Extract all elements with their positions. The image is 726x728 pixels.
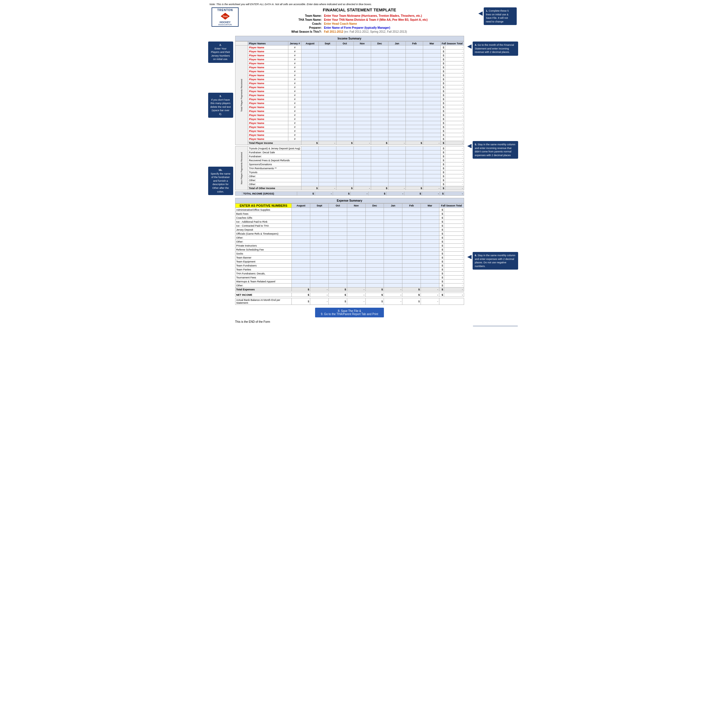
season-label: What Season Is This?: [290,29,323,34]
player-row: Player Name#$- [235,69,464,73]
player-name-cell: Player Name [248,129,288,133]
player-name-cell: Player Name [248,121,288,125]
player-row: Player Name#$- [235,77,464,81]
expense-row: Jersey Deposit$- [235,228,464,232]
callout-left-3: 5b.Specify the name of the fundraiser an… [208,167,233,195]
total-income-label: TOTAL INCOME (GROSS) [242,192,297,196]
callout-right-5: 7. Enter the ending balance from your on… [472,326,518,326]
expense-row: Coaches Gifts$- [235,216,464,220]
player-row: Player Name#$- [235,57,464,61]
callout-right-3: 5. Stay in the same monthly column and e… [472,141,518,159]
svg-text:THA: THA [222,15,228,18]
player-row: Player Name#$- [235,73,464,77]
season-value: Fall 2011-2012 (ex: Fall 2011-2012, Spri… [323,29,428,34]
other-income-row: Other:$- [235,174,464,178]
player-row: Player Name#$- [235,105,464,109]
coach-value: Enter Head Coach Name [323,21,428,26]
expense-row: Team Fundraisers$- [235,264,464,268]
player-row: Player Name#$- [235,89,464,93]
logo-area: TRENTON THA HOCKEY ASSOCIATION [209,8,241,27]
player-row: Player Name#$- [235,66,464,69]
expense-row: Bank Fees$- [235,212,464,216]
total-player-row: Total Player Income$-$-$-$-$- [235,141,464,145]
expense-table: ENTER AS POSITIVE NUMBERS August Sept Oc… [235,203,464,292]
player-row: Player Name#$- [235,61,464,66]
net-income-label: NET INCOME [235,293,292,297]
page-title: FINANCIAL STATEMENT TEMPLATE [241,8,478,12]
tha-team-label: THA Team Name: [290,18,323,21]
col-mar: Mar [423,41,440,46]
total-expenses-row: Total Expenses$-$-$-$-$- [235,288,464,292]
player-row: Player Name#$- [235,121,464,125]
player-row: Player Name#$- [235,81,464,85]
total-income-table: TOTAL INCOME (GROSS) $ - $ - $ - $ - $ - [235,191,464,196]
expense-row: Administrative/Office Supplies$- [235,208,464,212]
callout-right-2-wrapper: ◀ 4. Go to the month of the Financial St… [467,41,518,56]
player-name-cell: Player Name [248,49,288,54]
expense-row: Warmups & Team Related Apparel$- [235,280,464,283]
preparer-label: Preparer: [290,26,323,29]
income-table: Player Names Jersey # August Sept Oct No… [235,41,464,145]
expense-row: Socks$- [235,252,464,255]
player-name-cell: Player Name [248,89,288,93]
expense-row: Other:$- [235,283,464,288]
expense-row: Team Parties$- [235,268,464,272]
col-nov: Nov [353,41,371,46]
save-line2: 9. Go to the THA/Parent Report Tab and P… [321,312,378,316]
callout-left-1: 2.Enter Your Players and their Jersey Nu… [208,41,233,63]
header-fields: Team Name: Enter Your Team Nickname (Hur… [290,14,428,34]
callout-right-1: 1. Complete these 5 lines on initial use… [484,8,517,25]
col-dec: Dec [371,41,388,46]
callout-right-5-wrapper: ◀ 7. Enter the ending balance from your … [467,326,518,326]
other-income-row: Recovered Fees & Deposit Refunds$- [235,158,464,162]
player-row: Player Name#$- [235,109,464,113]
player-row: Player Name#$- [235,49,464,54]
col-fall-total: Fall Season Total [440,41,464,46]
player-row: Player Name#$- [235,137,464,141]
other-income-row: Non Player Payments ReceivedTryouts (Aug… [235,147,464,150]
enter-positive-label: ENTER AS POSITIVE NUMBERS [235,203,292,208]
player-row: Player Name#$- [235,93,464,97]
page-note: Note: This is the worksheet you will ENT… [209,3,517,6]
player-name-cell: Player Name [248,113,288,117]
player-name-cell: Player Name [248,57,288,61]
player-name-cell: Player Name [248,54,288,57]
player-name-cell: Player Name [248,133,288,137]
team-name-label: Team Name: [290,14,323,18]
player-name-cell: Player Name [248,93,288,97]
player-name-cell: Player Name [248,85,288,89]
expense-summary-header: Expense Summary [235,198,464,203]
col-feb: Feb [406,41,423,46]
callout-right-4-wrapper: ◀ 6. Stay in the same monthly column and… [467,252,518,269]
col-jersey: Jersey # [288,41,301,46]
player-name-cell: Player Name [248,73,288,77]
save-line1: 8. Save The File & [321,309,378,312]
coach-label: Coach: [290,21,323,26]
expense-row: Ice - Additional Paid to Rink$- [235,220,464,224]
other-income-row: Sponsors/Donations$- [235,162,464,166]
player-name-cell: Player Name [248,81,288,85]
player-name-cell: Player Name [248,137,288,141]
other-income-row: Other:$- [235,182,464,186]
bank-balance-label: Actual Bank Balance At Month End per Sta… [235,298,292,305]
expense-row: Private Instructors$- [235,244,464,248]
player-row: Player Name#$- [235,125,464,129]
col-august: August [301,41,319,46]
player-row: Player Name#$- [235,133,464,137]
tha-team-value: Enter Your THA Name-Division & Team # (M… [323,18,428,21]
col-sept: Sept [319,41,336,46]
expense-row: Team Equipment$- [235,260,464,264]
player-row: Total Player Payments ReceivedPlayer Nam… [235,46,464,49]
expense-row: Officials (Game Refs & Timekeepers)$- [235,232,464,236]
save-button-area[interactable]: 8. Save The File & 9. Go to the THA/Pare… [315,308,384,317]
logo-hockey: HOCKEY [220,21,231,24]
player-row: Player Name#$- [235,129,464,133]
col-oct: Oct [336,41,353,46]
callout-right-4: 6. Stay in the same monthly column and e… [472,252,518,269]
expense-row: Other:$- [235,240,464,244]
expense-row: Referee Scheduling Fee$- [235,248,464,252]
col-jan: Jan [388,41,406,46]
arrow-right-1: ◀ [478,10,483,17]
player-row: Player Name#$- [235,97,464,101]
total-other-income-row: Total of Other Income$-$-$-$-$- [235,186,464,190]
